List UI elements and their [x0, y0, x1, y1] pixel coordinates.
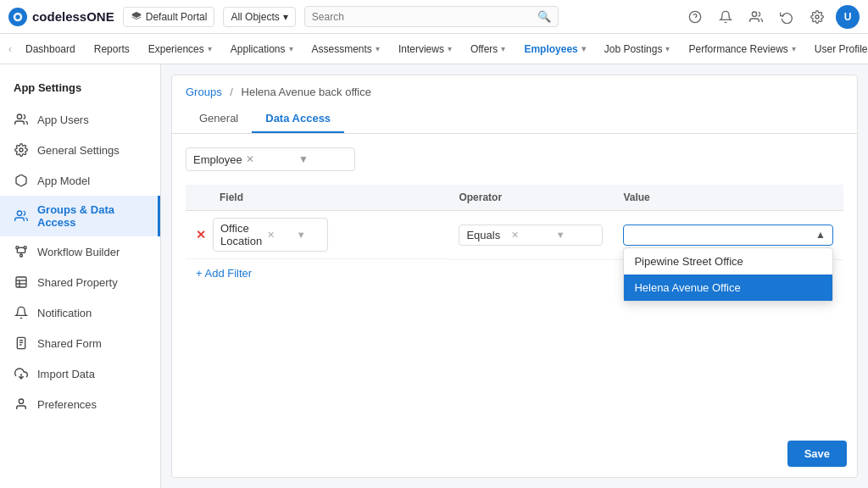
cloud-icon — [14, 366, 29, 381]
nav-item-dashboard[interactable]: Dashboard — [17, 38, 84, 60]
users-icon — [14, 112, 29, 127]
users-gear-icon — [14, 208, 29, 224]
col-header-field: Field — [186, 185, 448, 211]
form-icon — [14, 336, 29, 351]
breadcrumb-separator: / — [230, 86, 233, 98]
col-header-value: Value — [613, 185, 843, 211]
sidebar-label-workflow-builder: Workflow Builder — [37, 246, 120, 258]
entity-selector[interactable]: Employee ✕ ▼ — [186, 147, 355, 171]
add-filter-button[interactable]: + Add Filter — [186, 260, 262, 286]
field-dropdown-button[interactable]: ▼ — [297, 230, 321, 240]
value-dropdown-arrow[interactable]: ▲ — [815, 229, 826, 241]
nav-item-reports[interactable]: Reports — [86, 38, 138, 60]
svg-rect-11 — [20, 254, 23, 257]
sidebar-label-shared-property: Shared Property — [37, 276, 118, 289]
entity-selector-value: Employee — [193, 153, 242, 166]
svg-point-4 — [752, 12, 756, 16]
sidebar: App Settings App Users General Settings … — [0, 64, 161, 488]
entity-selector-clear[interactable]: ✕ — [242, 152, 298, 167]
all-objects-chevron: ▾ — [283, 11, 288, 23]
search-bar[interactable]: 🔍 — [304, 6, 559, 27]
breadcrumb: Groups / Helena Avenue back office — [172, 75, 857, 98]
svg-rect-17 — [16, 277, 26, 287]
all-objects-button[interactable]: All Objects ▾ — [223, 7, 295, 27]
bell-icon — [14, 305, 29, 320]
sidebar-item-workflow-builder[interactable]: Workflow Builder — [0, 236, 160, 267]
gear-icon — [14, 142, 29, 158]
tabs: General Data Access — [172, 105, 857, 134]
entity-selector-dropdown[interactable]: ▼ — [298, 153, 348, 165]
save-button[interactable]: Save — [787, 441, 847, 467]
logo-text: codelessONE — [32, 9, 114, 24]
svg-rect-9 — [16, 247, 19, 249]
main-panel: Groups / Helena Avenue back office Gener… — [171, 75, 858, 478]
value-container: ▲ Pipewine Street Office Helena Avenue O… — [623, 225, 833, 246]
sidebar-item-shared-form[interactable]: Shared Form — [0, 328, 160, 358]
sidebar-item-import-data[interactable]: Import Data — [0, 358, 160, 389]
sidebar-item-shared-property[interactable]: Shared Property — [0, 267, 160, 297]
sidebar-item-general-settings[interactable]: General Settings — [0, 135, 160, 165]
user-prefs-icon — [14, 396, 29, 412]
search-icon: 🔍 — [537, 10, 551, 23]
tab-content: Employee ✕ ▼ Field Operator — [172, 134, 857, 300]
nav-item-performance-reviews[interactable]: Performance Reviews ▾ — [680, 38, 804, 60]
tab-general[interactable]: General — [186, 105, 252, 133]
field-selector[interactable]: Office Location ✕ ▼ — [213, 218, 328, 252]
table-icon — [14, 274, 29, 290]
operator-selector[interactable]: Equals ✕ ▼ — [459, 225, 603, 246]
dropdown-option-1[interactable]: Helena Avenue Office — [624, 274, 832, 301]
nav-item-offers[interactable]: Offers ▾ — [462, 38, 514, 60]
employees-chevron: ▾ — [581, 44, 586, 53]
flow-icon — [14, 244, 29, 259]
field-value: Office Location — [220, 222, 262, 247]
nav-item-job-postings[interactable]: Job Postings ▾ — [596, 38, 679, 60]
tab-data-access[interactable]: Data Access — [252, 105, 344, 133]
nav-prev-arrow[interactable]: ‹ — [8, 43, 12, 55]
value-input[interactable] — [631, 229, 815, 241]
nav-item-assessments[interactable]: Assessments ▾ — [303, 38, 388, 60]
sidebar-item-notification[interactable]: Notification — [0, 297, 160, 328]
breadcrumb-parent[interactable]: Groups — [186, 86, 222, 98]
top-icons: U — [683, 5, 860, 29]
assessments-chevron: ▾ — [376, 44, 380, 53]
svg-point-6 — [17, 114, 21, 119]
user-avatar[interactable]: U — [836, 5, 860, 29]
sidebar-item-preferences[interactable]: Preferences — [0, 389, 160, 419]
settings-icon[interactable] — [805, 5, 829, 29]
performance-reviews-chevron: ▾ — [792, 44, 796, 53]
operator-clear-button[interactable]: ✕ — [511, 230, 551, 241]
svg-point-8 — [17, 211, 21, 215]
operator-value: Equals — [466, 229, 506, 241]
top-bar: codelessONE Default Portal All Objects ▾… — [0, 0, 868, 34]
sidebar-item-app-users[interactable]: App Users — [0, 104, 160, 135]
interviews-chevron: ▾ — [448, 44, 452, 53]
sidebar-item-app-model[interactable]: App Model — [0, 165, 160, 196]
experiences-chevron: ▾ — [208, 44, 212, 53]
field-clear-button[interactable]: ✕ — [267, 230, 292, 241]
nav-item-experiences[interactable]: Experiences ▾ — [140, 38, 220, 60]
logo: codelessONE — [8, 8, 114, 26]
history-icon[interactable] — [775, 5, 798, 29]
dropdown-option-0[interactable]: Pipewine Street Office — [624, 248, 832, 274]
table-row: ✕ Office Location ✕ ▼ Equals — [186, 211, 843, 260]
col-header-operator: Operator — [448, 185, 613, 211]
nav-item-interviews[interactable]: Interviews ▾ — [390, 38, 460, 60]
offers-chevron: ▾ — [501, 44, 505, 53]
sidebar-label-preferences: Preferences — [37, 398, 97, 411]
nav-item-employees[interactable]: Employees ▾ — [515, 38, 593, 60]
nav-item-user-profile[interactable]: User Profile ▾ — [806, 38, 868, 60]
users-icon[interactable] — [744, 5, 768, 29]
help-icon[interactable] — [683, 5, 707, 29]
value-cell: ▲ Pipewine Street Office Helena Avenue O… — [613, 211, 843, 260]
sidebar-item-groups-data-access[interactable]: Groups & Data Access — [0, 196, 160, 236]
portal-button[interactable]: Default Portal — [123, 7, 215, 27]
remove-filter-button[interactable]: ✕ — [196, 228, 206, 241]
operator-cell: Equals ✕ ▼ — [448, 211, 613, 260]
operator-dropdown-button[interactable]: ▼ — [556, 230, 596, 240]
all-objects-label: All Objects — [231, 11, 279, 23]
nav-item-applications[interactable]: Applications ▾ — [222, 38, 302, 60]
portal-label: Default Portal — [146, 11, 208, 23]
search-input[interactable] — [312, 11, 537, 23]
notification-icon[interactable] — [714, 5, 737, 29]
sidebar-label-groups-data-access: Groups & Data Access — [37, 203, 144, 229]
